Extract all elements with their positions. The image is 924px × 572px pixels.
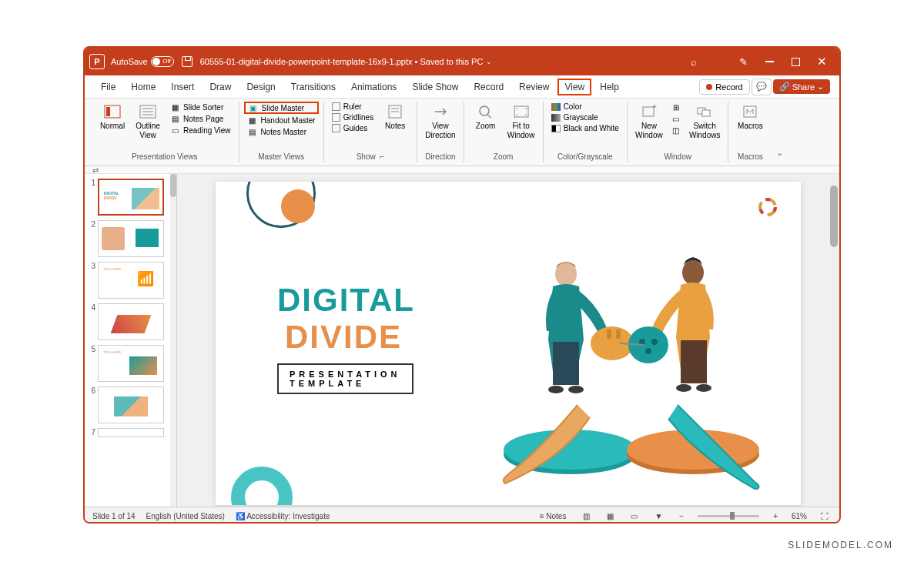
normal-view-icon[interactable]: ▥ [580,510,593,522]
menu-design[interactable]: Design [239,79,282,95]
sorter-icon: ▦ [169,102,180,112]
reading-view-button[interactable]: ▭Reading View [166,125,234,135]
paintbrush-icon[interactable]: ✎ [730,51,756,72]
thumbnail-4[interactable] [98,303,164,340]
zoom-in-button[interactable]: + [770,510,781,522]
canvas-area: DIGITAL DIVIDE PRESENTATIONTEMPLATE [177,174,839,507]
svg-rect-31 [681,340,707,383]
reading-view-icon[interactable]: ▭ [628,510,641,522]
workspace: 1DIGITALDIVIDE 2 3TITLE HERE📶 4 5TITLE H… [85,174,839,507]
gridlines-checkbox[interactable]: Gridlines [329,112,377,122]
handout-master-button[interactable]: ▦Handout Master [244,115,319,125]
thumbnail-5[interactable]: TITLE HERE [98,345,164,382]
thumbnail-panel: 1DIGITALDIVIDE 2 3TITLE HERE📶 4 5TITLE H… [85,174,177,507]
slideshow-view-icon[interactable]: ▼ [651,510,665,522]
thumbnail-scrollbar[interactable] [170,174,176,507]
menu-file[interactable]: File [94,79,122,95]
notes-toggle[interactable]: ≡ Notes [537,510,570,522]
language-status[interactable]: English (United States) [146,512,225,520]
svg-rect-24 [553,342,579,385]
cascade-button[interactable]: ▭ [668,113,685,124]
menu-help[interactable]: Help [593,79,626,95]
comments-button[interactable]: 💬 [752,79,772,95]
fit-icon [511,103,531,120]
thumbnail-2[interactable] [98,220,164,257]
handout-icon: ▦ [247,115,258,125]
normal-view-button[interactable]: Normal [95,102,129,132]
menu-draw[interactable]: Draw [203,79,238,95]
ribbon-overflow[interactable]: ⇄ [85,166,839,174]
fit-window-button[interactable]: Fit to Window [504,102,538,142]
menu-animations[interactable]: Animations [344,79,403,95]
grayscale-button[interactable]: Grayscale [548,112,622,122]
bw-button[interactable]: Black and White [548,123,622,133]
record-button[interactable]: Record [699,79,749,95]
search-icon[interactable]: ⌕ [681,51,707,72]
slide-count: Slide 1 of 14 [92,512,136,520]
split-icon: ◫ [671,125,681,135]
close-button[interactable]: ✕ [808,51,835,72]
group-window: + New Window ⊞ ▭ ◫ Switch Windows Window [628,102,729,162]
statusbar: Slide 1 of 14 English (United States) ♿ … [85,507,839,523]
sorter-view-icon[interactable]: ▦ [604,510,617,522]
slide-title-1: DIGITAL [277,282,415,319]
autosave-toggle[interactable]: AutoSave Off [111,56,174,67]
chevron-down-icon[interactable]: ⌄ [486,58,492,65]
toggle-switch[interactable]: Off [151,56,174,67]
share-button[interactable]: 🔗 Share ⌄ [773,79,830,94]
macros-button[interactable]: Macros [733,102,767,132]
zoom-button[interactable]: Zoom [469,102,503,132]
slide-title-2: DIVIDE [285,319,402,356]
slide-master-button[interactable]: ▣Slide Master [244,102,319,114]
thumbnail-6[interactable] [98,386,164,423]
svg-point-37 [645,348,651,354]
menu-view[interactable]: View [557,79,591,95]
menu-insert[interactable]: Insert [164,79,201,95]
thumbnail-7[interactable] [98,428,164,437]
svg-point-25 [548,386,564,393]
svg-point-26 [568,386,584,393]
menu-slideshow[interactable]: Slide Show [405,79,465,95]
watermark: SLIDEMODEL.COM [788,540,893,550]
split-button[interactable]: ◫ [668,125,685,135]
collapse-ribbon-button[interactable]: ⌄ [772,143,788,162]
new-window-icon: + [639,103,659,120]
switch-windows-button[interactable]: Switch Windows [686,102,724,142]
powerpoint-window: P AutoSave Off 60555-01-digital-divide-p… [83,46,841,523]
save-icon[interactable] [182,56,192,67]
arrange-all-button[interactable]: ⊞ [668,102,685,112]
view-direction-button[interactable]: View Direction [422,102,458,142]
notes-button[interactable]: Notes [378,102,412,132]
new-window-button[interactable]: + New Window [632,102,666,142]
notes-page-button[interactable]: ▤Notes Page [166,113,234,124]
accessibility-status[interactable]: ♿ Accessibility: Investigate [236,512,330,520]
arrange-icon: ⊞ [671,102,681,112]
color-button[interactable]: Color [548,102,622,112]
notes-master-button[interactable]: ▤Notes Master [244,126,319,137]
ruler-checkbox[interactable]: Ruler [329,102,377,112]
notes-master-icon: ▤ [247,127,258,136]
menu-transitions[interactable]: Transitions [284,79,343,95]
slide-canvas[interactable]: DIGITAL DIVIDE PRESENTATIONTEMPLATE [216,182,801,505]
minimize-button[interactable] [756,51,782,72]
slide-illustration [462,228,785,490]
thumbnail-3[interactable]: TITLE HERE📶 [98,262,164,299]
zoom-out-button[interactable]: − [676,510,687,522]
canvas-scrollbar[interactable] [830,182,838,490]
menu-record[interactable]: Record [467,79,511,95]
menu-home[interactable]: Home [124,79,162,95]
menu-review[interactable]: Review [512,79,556,95]
color-icon [551,103,561,111]
fit-to-window-icon[interactable]: ⛶ [818,510,832,522]
menubar: File Home Insert Draw Design Transitions… [85,75,839,99]
zoom-slider[interactable] [698,515,759,517]
svg-rect-16 [744,106,756,117]
outline-view-button[interactable]: Outline View [131,102,165,142]
svg-rect-29 [616,329,621,339]
svg-point-9 [480,106,489,115]
thumbnail-1[interactable]: DIGITALDIVIDE [98,179,164,216]
slide-sorter-button[interactable]: ▦Slide Sorter [166,102,234,112]
maximize-button[interactable] [782,51,808,72]
zoom-level[interactable]: 61% [792,512,807,520]
guides-checkbox[interactable]: Guides [329,123,377,133]
